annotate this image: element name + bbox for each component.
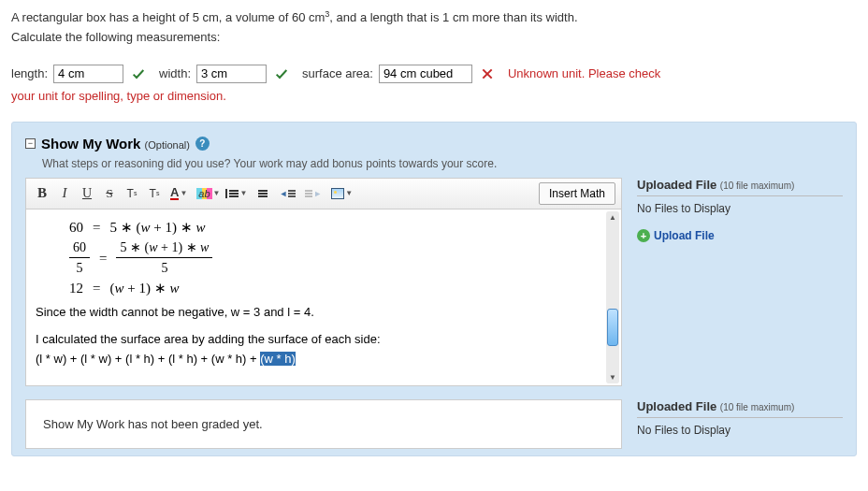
outdent-button[interactable]: ◄ [275, 183, 299, 204]
math-eq: = [93, 217, 100, 238]
problem-line-1b: , and a length that is 1 cm more than it… [329, 10, 577, 24]
italic-button[interactable]: I [54, 183, 75, 204]
surface-area-label: surface area: [302, 66, 373, 80]
scroll-up-arrow[interactable]: ▲ [609, 211, 616, 224]
math-eq: = [93, 278, 100, 299]
math-eq: = [99, 248, 107, 269]
plus-icon: + [637, 229, 650, 242]
insert-image-button[interactable]: ▼ [327, 183, 356, 204]
bold-button[interactable]: B [32, 183, 52, 204]
graded-status-text: Show My Work has not been graded yet. [43, 417, 263, 431]
math-lhs: 12 [69, 278, 83, 299]
answers-row: length: width: surface area: Unknown uni… [11, 65, 857, 83]
width-label: width: [159, 66, 191, 80]
scroll-down-arrow[interactable]: ▼ [609, 371, 616, 383]
help-icon[interactable]: ? [195, 137, 210, 151]
editor-toolbar: B I U S Ts Ts A▼ ab▼ ▼ ◄ ► ▼ Insert Math [25, 178, 622, 209]
math-fraction-right: 5 ∗ (w + 1) ∗ w 5 [116, 238, 212, 278]
problem-line-1a: A rectangular box has a height of 5 cm, … [11, 10, 325, 24]
work-paragraph-2: I calculated the surface area by adding … [36, 332, 602, 346]
length-input[interactable] [53, 65, 123, 83]
bulleted-list-button[interactable] [253, 183, 273, 204]
math-rhs: 5 ∗ (w + 1) ∗ w [109, 217, 205, 238]
check-icon [131, 66, 146, 81]
graded-status-box: Show My Work has not been graded yet. [25, 399, 622, 449]
cross-icon [480, 66, 495, 81]
math-fraction-left: 605 [69, 238, 90, 278]
file-max-note: (10 file maximum) [720, 402, 794, 412]
length-label: length: [11, 66, 48, 80]
problem-text: A rectangular box has a height of 5 cm, … [11, 7, 857, 48]
superscript-button[interactable]: Ts [122, 183, 142, 204]
indent-button[interactable]: ► [301, 183, 326, 204]
math-lhs: 60 [69, 217, 83, 238]
subscript-button[interactable]: Ts [144, 183, 165, 204]
collapse-toggle[interactable]: − [25, 138, 36, 149]
work-paragraph-3: (l * w) + (l * w) + (l * h) + (l * h) + … [36, 352, 602, 366]
show-my-work-title: Show My Work (Optional) [41, 136, 190, 152]
selected-text: (w * h) [260, 352, 296, 366]
uploaded-file-heading: Uploaded File [637, 178, 716, 192]
insert-math-button[interactable]: Insert Math [539, 182, 615, 205]
work-paragraph-1: Since the width cannot be negative, w = … [36, 305, 602, 319]
optional-label: (Optional) [145, 139, 190, 151]
upload-file-link[interactable]: + Upload File [637, 229, 715, 242]
underline-button[interactable]: U [77, 183, 97, 204]
image-icon [331, 188, 344, 199]
no-files-message: No Files to Display [637, 424, 843, 437]
check-icon [274, 66, 289, 81]
show-my-work-panel: − Show My Work (Optional) ? What steps o… [11, 122, 857, 456]
problem-line-2: Calculate the following measurements: [11, 30, 220, 44]
editor-scrollbar[interactable]: ▲ ▼ [606, 211, 619, 383]
uploaded-file-panel: Uploaded File (10 file maximum) No Files… [637, 178, 843, 242]
scroll-thumb[interactable] [607, 309, 618, 346]
surface-area-input[interactable] [379, 65, 472, 83]
uploaded-file-panel-readonly: Uploaded File (10 file maximum) No Files… [637, 399, 843, 450]
file-max-note: (10 file maximum) [720, 181, 794, 191]
show-my-work-hint: What steps or reasoning did you use? You… [42, 157, 843, 170]
width-input[interactable] [196, 65, 267, 83]
numbered-list-button[interactable]: ▼ [225, 183, 251, 204]
highlight-color-button[interactable]: ab▼ [193, 183, 224, 204]
strikethrough-button[interactable]: S [99, 183, 120, 204]
error-text-2: your unit for spelling, type or dimensio… [11, 89, 857, 103]
font-color-button[interactable]: A▼ [166, 183, 191, 204]
no-files-message: No Files to Display [637, 202, 843, 215]
error-text-1: Unknown unit. Please check [508, 66, 660, 80]
math-rhs: (w + 1) ∗ w [109, 278, 179, 299]
uploaded-file-heading: Uploaded File [637, 399, 716, 413]
editor-textarea[interactable]: 60 = 5 ∗ (w + 1) ∗ w 605 = 5 ∗ (w + [25, 209, 622, 386]
